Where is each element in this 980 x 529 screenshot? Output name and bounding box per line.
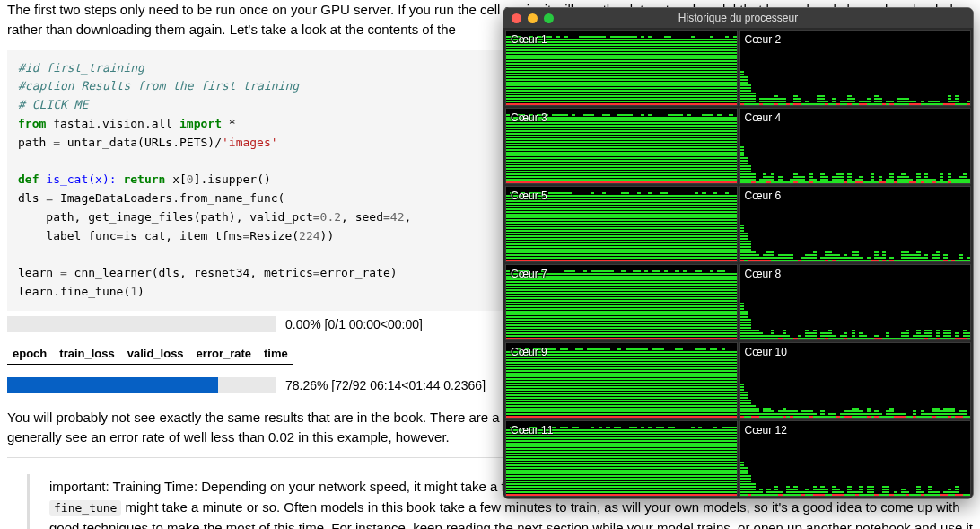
- progress-bar-2: [7, 377, 276, 393]
- code: is_cat, item_tfms: [123, 229, 242, 242]
- core-label: Cœur 6: [745, 190, 782, 202]
- code: error_rate): [320, 266, 398, 279]
- kw: import: [179, 117, 222, 130]
- window-title: Historique du processeur: [503, 12, 973, 24]
- code-comment: #id first_training: [18, 61, 144, 75]
- core-label: Cœur 11: [511, 424, 553, 436]
- op: =: [313, 210, 320, 224]
- code: Resize(: [249, 229, 299, 242]
- core-label: Cœur 7: [511, 268, 547, 280]
- core-label: Cœur 10: [745, 346, 787, 358]
- num: 1: [130, 285, 137, 298]
- code: , seed: [341, 210, 383, 224]
- core-label: Cœur 3: [511, 111, 547, 124]
- col-time: time: [264, 347, 288, 360]
- code: )): [320, 229, 335, 242]
- num: 0.2: [320, 210, 341, 224]
- col-error-rate: error_rate: [197, 347, 251, 360]
- str: 'images': [222, 136, 278, 149]
- progress-text-2: 78.26% [72/92 06:14<01:44 0.2366]: [285, 378, 486, 392]
- kw: from: [18, 117, 46, 130]
- core-label: Cœur 12: [745, 424, 787, 436]
- core-label: Cœur 4: [745, 111, 782, 124]
- op: =: [383, 210, 390, 224]
- progress-text-1: 0.00% [0/1 00:00<00:00]: [285, 317, 423, 331]
- titlebar[interactable]: Historique du processeur: [503, 8, 973, 28]
- code: untar_data(URLs.PETS)/: [60, 136, 222, 149]
- core-label: Cœur 8: [745, 268, 782, 280]
- code: path, get_image_files(path), valid_pct: [18, 210, 313, 224]
- core-11: Cœur 11: [505, 420, 738, 497]
- core-label: Cœur 2: [745, 33, 782, 46]
- core-8: Cœur 8: [739, 264, 972, 340]
- code: ,: [405, 210, 412, 224]
- col-valid-loss: valid_loss: [127, 347, 184, 360]
- bq-code: fine_tune: [49, 500, 121, 516]
- code: learn: [18, 266, 60, 279]
- code: x[: [165, 172, 186, 186]
- op: =: [313, 266, 320, 279]
- core-5: Cœur 5: [505, 186, 738, 262]
- code: ImageDataLoaders.from_name_func(: [53, 191, 284, 205]
- num: 224: [299, 229, 319, 242]
- core-12: Cœur 12: [739, 420, 972, 497]
- code: fastai.vision.all: [46, 117, 179, 130]
- core-label: Cœur 5: [511, 190, 547, 202]
- code-comment: # CLICK ME: [18, 98, 88, 111]
- code: label_func: [18, 229, 117, 242]
- core-10: Cœur 10: [739, 342, 972, 419]
- code: learn.fine_tune(: [18, 285, 130, 298]
- code: cnn_learner(dls, resnet34, metrics: [67, 266, 313, 279]
- core-2: Cœur 2: [739, 30, 972, 106]
- core-1: Cœur 1: [505, 30, 738, 106]
- code: path: [18, 136, 53, 149]
- num: 42: [390, 210, 405, 224]
- code: ): [137, 285, 144, 298]
- bq-post: might take a minute or so. Often models …: [49, 499, 973, 529]
- op: =: [46, 191, 53, 205]
- col-train-loss: train_loss: [59, 347, 114, 360]
- kw: def: [18, 172, 39, 186]
- cpu-history-window[interactable]: Historique du processeur Cœur 1Cœur 2Cœu…: [503, 7, 974, 499]
- op: =: [53, 136, 60, 149]
- col-epoch: epoch: [13, 347, 47, 360]
- code: *: [222, 117, 236, 130]
- core-label: Cœur 9: [511, 346, 547, 358]
- cpu-grid: Cœur 1Cœur 2Cœur 3Cœur 4Cœur 5Cœur 6Cœur…: [503, 28, 973, 498]
- progress-fill-2: [7, 377, 218, 393]
- progress-bar-1: [7, 316, 276, 332]
- code-comment: #caption Results from the first training: [18, 79, 299, 93]
- def: is_cat(x):: [39, 172, 123, 186]
- core-9: Cœur 9: [505, 342, 738, 419]
- code: dls: [18, 191, 46, 205]
- op: =: [60, 266, 67, 279]
- core-7: Cœur 7: [505, 264, 738, 340]
- code: ].isupper(): [194, 172, 271, 186]
- core-3: Cœur 3: [505, 108, 738, 184]
- core-label: Cœur 1: [511, 33, 547, 46]
- kw: return: [123, 172, 165, 186]
- metrics-header: epoch train_loss valid_loss error_rate t…: [7, 343, 293, 365]
- num: 0: [187, 172, 194, 186]
- core-4: Cœur 4: [739, 108, 972, 184]
- core-6: Cœur 6: [739, 186, 972, 262]
